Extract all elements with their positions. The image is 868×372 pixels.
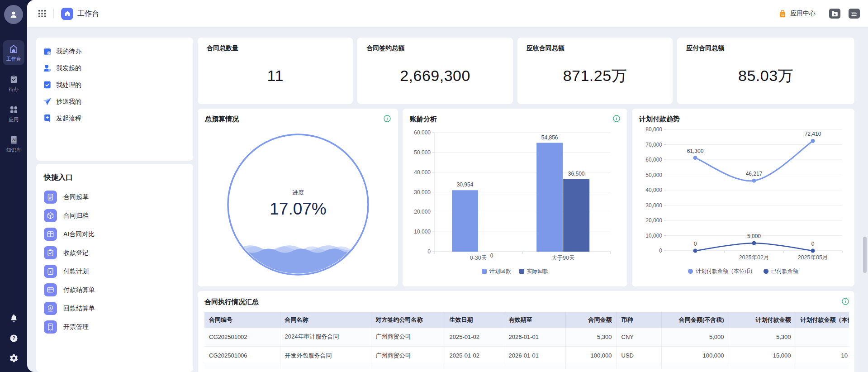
app-grid-icon[interactable] (38, 10, 46, 18)
quick-entry-contract-draft[interactable]: 合同起草 (44, 188, 193, 206)
svg-text:46,217: 46,217 (746, 171, 763, 177)
sidebar-nav: 工作台 待办 应用AI 知识库 (0, 40, 27, 156)
vertical-scrollbar[interactable] (863, 237, 867, 273)
quick-entry-ai-contract-compare[interactable]: AI合同对比 (44, 225, 193, 243)
stat-value: 2,669,300 (366, 52, 503, 97)
svg-text:¥: ¥ (50, 306, 52, 310)
table-cell: CNY (617, 328, 661, 346)
page-title: 工作台 (77, 9, 99, 19)
quick-entry-receipt-register[interactable]: 收款登记 (44, 243, 193, 262)
list-settings-icon[interactable] (849, 9, 860, 19)
svg-text:50,000: 50,000 (645, 172, 662, 178)
stat-card-2: 应收合同总额 871.25万 (517, 38, 673, 104)
sidebar-item-apps[interactable]: 应用 (3, 101, 24, 126)
budget-gauge-chart: 进度17.07% (205, 124, 391, 280)
legend-item[interactable]: 计划付款金额（本位币） (688, 267, 755, 275)
quick-entry-payment-settlement[interactable]: 付款结算单 (44, 281, 193, 299)
payment-trend-chart: 010,00020,00030,00040,00050,00060,00070,… (639, 124, 847, 267)
quick-entry-label: 合同归档 (63, 212, 89, 220)
aging-analysis-legend: 计划回款 实际回款 (410, 267, 620, 275)
menu-item-my-processed[interactable]: 我处理的 (43, 76, 193, 93)
stat-title: 合同签约总额 (366, 44, 503, 52)
legend-item[interactable]: 计划回款 (482, 267, 511, 275)
column-header: 计划付款金额 (729, 312, 796, 328)
info-icon[interactable] (842, 298, 849, 305)
quick-entry-payment-plan[interactable]: ¥ 付款计划 (44, 262, 193, 281)
favorites-folder-icon[interactable] (829, 9, 840, 19)
content: 我的待办 我发起的 我处理的 抄送我的 发起流程 快捷入口 合同起草 合同归档 … (27, 27, 868, 372)
legend-item[interactable]: 实际回款 (519, 267, 549, 275)
app-root: 工作台 待办 应用AI 知识库 ? (0, 0, 868, 372)
main-area: 工作台 应用中心 (27, 0, 868, 372)
stat-value: 85.03万 (686, 52, 845, 97)
quick-entry-label: 回款结算单 (63, 305, 95, 313)
cc-me-icon (43, 97, 52, 106)
app-center-button[interactable]: 应用中心 (778, 9, 816, 19)
quick-entry-invoice-management[interactable]: 开票管理 (44, 318, 193, 336)
topbar: 工作台 应用中心 (27, 0, 868, 27)
svg-text:50,000: 50,000 (414, 149, 431, 156)
table-row[interactable]: CG2025010022024年审计服务合同广州商贸公司2025-01-0220… (204, 328, 849, 346)
table-row[interactable]: CG202501006开发外包服务合同广州商贸公司2025-01-022026-… (204, 346, 849, 365)
svg-text:30,000: 30,000 (414, 189, 431, 196)
payment-plan-icon: ¥ (44, 265, 57, 278)
svg-text:60,000: 60,000 (645, 157, 662, 163)
contract-draft-icon (44, 191, 57, 204)
quick-entry-title: 快捷入口 (44, 173, 193, 182)
quick-entry-label: 开票管理 (63, 323, 89, 331)
sidebar-item-workbench[interactable]: 工作台 (3, 40, 24, 65)
user-avatar[interactable] (4, 5, 23, 24)
topbar-divider (53, 9, 54, 19)
sidebar-item-knowledge[interactable]: AI 知识库 (3, 132, 24, 156)
my-processed-icon (43, 80, 52, 90)
stat-title: 应付合同总额 (686, 44, 845, 52)
legend-label: 计划付款金额（本位币） (696, 267, 755, 275)
legend-item[interactable]: 已付款金额 (764, 267, 798, 275)
sidebar-item-label: 知识库 (6, 147, 21, 153)
info-icon[interactable] (384, 115, 391, 122)
budget-gauge-card: 总预算情况 进度17.07% (198, 109, 398, 286)
workbench-home-icon[interactable] (61, 8, 73, 20)
payment-trend-card: 计划付款趋势 010,00020,00030,00040,00050,00060… (632, 109, 854, 286)
sidebar-item-label: 应用 (9, 116, 19, 123)
knowledge-icon: AI (9, 135, 19, 145)
column-header: 合同金额(不含税) (661, 312, 729, 328)
menu-item-cc-me[interactable]: 抄送我的 (43, 93, 193, 110)
svg-text:0: 0 (427, 248, 431, 255)
svg-text:0: 0 (659, 248, 662, 254)
svg-text:¥: ¥ (50, 270, 52, 274)
menu-item-my-initiated[interactable]: 我发起的 (43, 60, 193, 76)
column-header: 合同编号 (204, 312, 280, 328)
stat-title: 合同总数量 (207, 44, 344, 52)
svg-text:60,000: 60,000 (414, 129, 431, 136)
svg-text:54,856: 54,856 (541, 134, 558, 141)
table-cell (796, 328, 849, 346)
legend-label: 实际回款 (527, 267, 549, 275)
quick-entry-contract-archive[interactable]: 合同归档 (44, 206, 193, 225)
stat-value: 871.25万 (526, 52, 664, 97)
menu-item-my-todo[interactable]: 我的待办 (43, 43, 193, 60)
legend-swatch (688, 269, 693, 274)
sidebar: 工作台 待办 应用AI 知识库 ? (0, 0, 27, 372)
contract-exec-table: 合同编号合同名称对方签约公司名称生效日期有效期至合同金额币种合同金额(不含税)计… (204, 312, 849, 369)
menu-item-start-flow[interactable]: 发起流程 (43, 110, 193, 127)
table-cell: 广州商贸公司 (371, 328, 445, 346)
sidebar-item-todo[interactable]: 待办 (3, 71, 24, 95)
aging-analysis-title: 账龄分析 (410, 115, 437, 124)
workbench-icon (9, 44, 19, 54)
svg-text:5,000: 5,000 (747, 233, 761, 239)
svg-text:20,000: 20,000 (645, 217, 662, 224)
table-cell: 广州商贸公司 (371, 346, 445, 365)
aging-analysis-chart: 010,00020,00030,00040,00050,00060,00030,… (410, 124, 620, 267)
help-icon[interactable]: ? (9, 334, 19, 343)
stat-card-0: 合同总数量 11 (198, 38, 353, 104)
bell-icon[interactable] (9, 314, 19, 323)
stat-value: 11 (207, 52, 344, 97)
settings-gear-icon[interactable] (9, 353, 19, 363)
svg-text:17.07%: 17.07% (270, 200, 327, 218)
info-icon[interactable] (613, 115, 620, 122)
table-cell: 100,000 (661, 346, 729, 365)
svg-text:进度: 进度 (292, 189, 304, 196)
table-cell: 15,000 (729, 346, 796, 365)
quick-entry-receipt-settlement[interactable]: ¥ 回款结算单 (44, 299, 193, 318)
